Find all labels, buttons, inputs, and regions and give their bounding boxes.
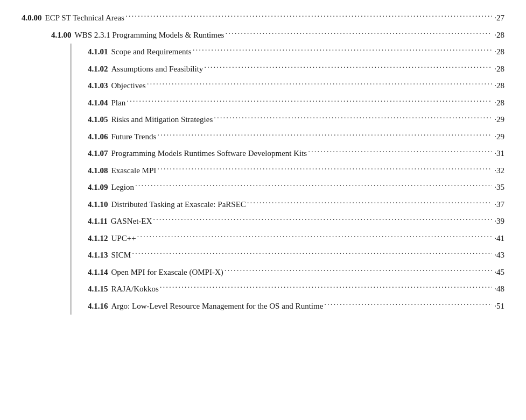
toc-entry-title: UPC++ (111, 232, 136, 246)
toc-row: 4.1.12UPC++·····························… (72, 230, 504, 247)
toc-dots: ········································… (127, 95, 492, 109)
toc-entry-page: ·28 (494, 62, 504, 76)
toc-row: 4.1.08Exascale MPI······················… (72, 162, 504, 180)
toc-row: 4.1.01Scope and Requirements············… (72, 44, 504, 61)
toc-row: 4.0.00ECP ST Technical Areas············… (22, 10, 504, 27)
toc-entry-title: RAJA/Kokkos (111, 282, 159, 296)
toc-dots: ········································… (324, 298, 492, 312)
toc-entry-number: 4.0.00 (22, 11, 42, 25)
toc-entry-number: 4.1.15 (88, 282, 108, 296)
toc-entry-number: 4.1.03 (88, 79, 108, 93)
toc-row: 4.1.03Objectives························… (72, 77, 504, 95)
toc-dots: ········································… (125, 10, 492, 24)
toc-dots: ········································… (204, 61, 492, 75)
toc-entry-number: 4.1.02 (88, 62, 108, 76)
toc-entry-number: 4.1.12 (88, 232, 108, 246)
toc-entry-number: 4.1.04 (88, 96, 108, 110)
toc-dots: ········································… (193, 44, 493, 58)
toc-dots: ········································… (147, 77, 493, 91)
toc-container: 4.0.00ECP ST Technical Areas············… (22, 10, 504, 315)
toc-entry-title: SICM (111, 248, 131, 262)
toc-entry-title: WBS 2.3.1 Programming Models & Runtimes (75, 29, 225, 42)
toc-entry-number: 4.1.01 (88, 45, 108, 59)
toc-entry-page: ·39 (494, 215, 504, 229)
toc-entry-number: 4.1.13 (88, 248, 108, 262)
toc-entry-title: Plan (111, 96, 126, 110)
toc-entry-page: ·29 (494, 130, 504, 144)
toc-entry-title: Objectives (111, 79, 146, 93)
toc-entry-number: 4.1.05 (88, 113, 108, 127)
toc-dots: ········································… (132, 247, 492, 261)
toc-row: 4.1.10Distributed Tasking at Exascale: P… (72, 196, 504, 213)
toc-entry-title: Open MPI for Exascale (OMPI-X) (111, 266, 223, 280)
toc-entry-number: 4.1.00 (51, 29, 72, 42)
toc-level2-group: 4.1.01Scope and Requirements············… (70, 44, 504, 315)
toc-row: 4.1.09Legion····························… (72, 179, 504, 196)
toc-entry-title: ECP ST Technical Areas (45, 11, 124, 25)
toc-row: 4.1.15RAJA/Kokkos·······················… (72, 281, 504, 298)
toc-row: 4.1.05Risks and Mitigation Strategies···… (72, 111, 504, 129)
toc-entry-title: Argo: Low-Level Resource Management for … (111, 300, 324, 314)
toc-entry-page: ·48 (494, 282, 504, 296)
toc-entry-number: 4.1.11 (88, 215, 108, 229)
toc-entry-number: 4.1.10 (88, 198, 108, 212)
toc-entry-title: Scope and Requirements (111, 45, 192, 59)
toc-dots: ········································… (225, 264, 492, 278)
toc-dots: ········································… (153, 213, 492, 227)
toc-entry-title: Legion (111, 181, 135, 195)
toc-entry-page: ·29 (494, 113, 504, 127)
toc-row: 4.1.02Assumptions and Feasibility·······… (72, 61, 504, 78)
toc-row: 4.1.16Argo: Low-Level Resource Managemen… (72, 298, 504, 315)
toc-dots: ········································… (225, 27, 492, 41)
toc-entry-page: ·28 (494, 45, 504, 59)
toc-dots: ········································… (214, 111, 492, 125)
toc-entry-page: ·41 (494, 232, 504, 246)
toc-entry-title: GASNet-EX (111, 215, 152, 229)
toc-row: 4.1.07Programming Models Runtimes Softwa… (72, 145, 504, 162)
toc-entry-title: Exascale MPI (111, 164, 157, 178)
toc-dots: ········································… (135, 179, 492, 193)
toc-entry-page: ·45 (494, 266, 504, 280)
toc-entry-number: 4.1.06 (88, 130, 108, 144)
toc-dots: ········································… (308, 145, 492, 159)
toc-row: 4.1.14Open MPI for Exascale (OMPI-X)····… (72, 264, 504, 281)
toc-dots: ········································… (137, 230, 493, 244)
toc-entry-number: 4.1.16 (88, 300, 108, 314)
toc-row: 4.1.00WBS 2.3.1 Programming Models & Run… (22, 27, 504, 44)
toc-dots: ········································… (157, 162, 492, 176)
toc-dots: ········································… (160, 281, 492, 295)
toc-entry-number: 4.1.07 (88, 147, 108, 161)
toc-entry-title: Future Trends (111, 130, 157, 144)
toc-row: 4.1.04Plan······························… (72, 95, 504, 112)
toc-entry-page: ·31 (494, 147, 504, 161)
toc-row: 4.1.11GASNet-EX·························… (72, 213, 504, 230)
toc-entry-page: ·28 (494, 96, 504, 110)
toc-entry-page: ·28 (494, 79, 504, 93)
toc-entry-page: ·37 (494, 198, 504, 212)
toc-entry-title: Distributed Tasking at Exascale: PaRSEC (111, 198, 246, 212)
toc-entry-title: Assumptions and Feasibility (111, 62, 204, 76)
toc-entry-number: 4.1.08 (88, 164, 108, 178)
toc-dots: ········································… (157, 129, 492, 143)
toc-entry-page: ·35 (494, 181, 504, 195)
toc-entry-page: ·32 (494, 164, 504, 178)
toc-entry-page: ·43 (494, 248, 504, 262)
toc-entry-page: ·27 (494, 11, 504, 25)
toc-row: 4.1.13SICM······························… (72, 247, 504, 264)
toc-entry-page: ·28 (494, 29, 504, 42)
toc-entry-title: Programming Models Runtimes Software Dev… (111, 147, 307, 161)
toc-entry-page: ·51 (494, 300, 504, 314)
toc-entry-number: 4.1.09 (88, 181, 108, 195)
toc-row: 4.1.06Future Trends·····················… (72, 129, 504, 146)
toc-dots: ········································… (247, 196, 492, 210)
toc-entry-title: Risks and Mitigation Strategies (111, 113, 213, 127)
toc-entry-number: 4.1.14 (88, 266, 108, 280)
